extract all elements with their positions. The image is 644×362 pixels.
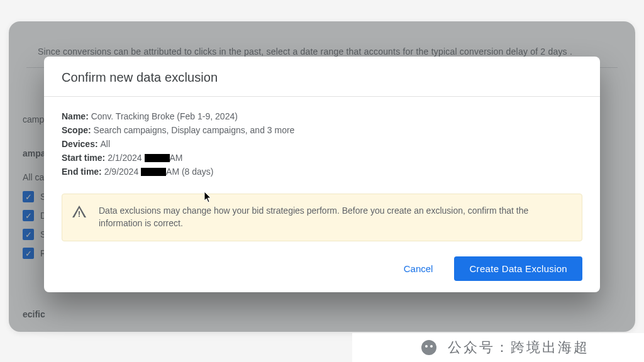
- detail-label: Scope:: [62, 125, 94, 135]
- redacted-block: [141, 168, 166, 176]
- detail-value: Conv. Tracking Broke (Feb 1-9, 2024): [91, 111, 238, 121]
- detail-value-duration: (8 days): [182, 167, 214, 177]
- watermark-text: 公众号：跨境出海超: [448, 338, 589, 357]
- detail-label: Devices:: [62, 139, 100, 149]
- bg-label-specific: ecific: [23, 309, 45, 319]
- detail-devices: Devices: All: [62, 137, 582, 151]
- detail-value-date: 2/1/2024: [108, 153, 144, 163]
- divider: [44, 96, 600, 97]
- checkmark-icon: ✓: [23, 210, 34, 221]
- cancel-button[interactable]: Cancel: [397, 258, 440, 279]
- detail-name: Name: Conv. Tracking Broke (Feb 1-9, 202…: [62, 109, 582, 123]
- dialog-title: Confirm new data exclusion: [62, 70, 582, 85]
- warning-text: Data exclusions may change how your bid …: [99, 204, 570, 229]
- face-icon: [421, 340, 436, 355]
- detail-scope: Scope: Search campaigns, Display campaig…: [62, 123, 582, 137]
- warning-box: ! Data exclusions may change how your bi…: [62, 194, 582, 241]
- checkmark-icon: ✓: [23, 229, 34, 240]
- checkmark-icon: ✓: [23, 248, 34, 259]
- warning-icon: !: [72, 206, 86, 218]
- confirm-dialog: Confirm new data exclusion Name: Conv. T…: [44, 57, 600, 292]
- banner-text: Since conversions can be attributed to c…: [38, 47, 606, 57]
- detail-value: Search campaigns, Display campaigns, and…: [94, 125, 295, 135]
- detail-label: Name:: [62, 111, 91, 121]
- detail-value-ampm: AM: [170, 153, 183, 163]
- detail-value: All: [100, 139, 110, 149]
- detail-label: Start time:: [62, 153, 108, 163]
- redacted-block: [145, 154, 170, 162]
- detail-label: End time:: [62, 167, 104, 177]
- watermark-bar: 公众号：跨境出海超: [352, 333, 644, 362]
- detail-value-ampm: AM: [166, 167, 179, 177]
- detail-start-time: Start time: 2/1/2024 AM: [62, 151, 582, 165]
- create-data-exclusion-button[interactable]: Create Data Exclusion: [454, 256, 582, 281]
- dialog-actions: Cancel Create Data Exclusion: [62, 256, 582, 281]
- detail-value-date: 2/9/2024: [104, 167, 141, 177]
- mouse-cursor-icon: [204, 192, 213, 203]
- checkmark-icon: ✓: [23, 191, 34, 202]
- detail-end-time: End time: 2/9/2024 AM (8 days): [62, 165, 582, 178]
